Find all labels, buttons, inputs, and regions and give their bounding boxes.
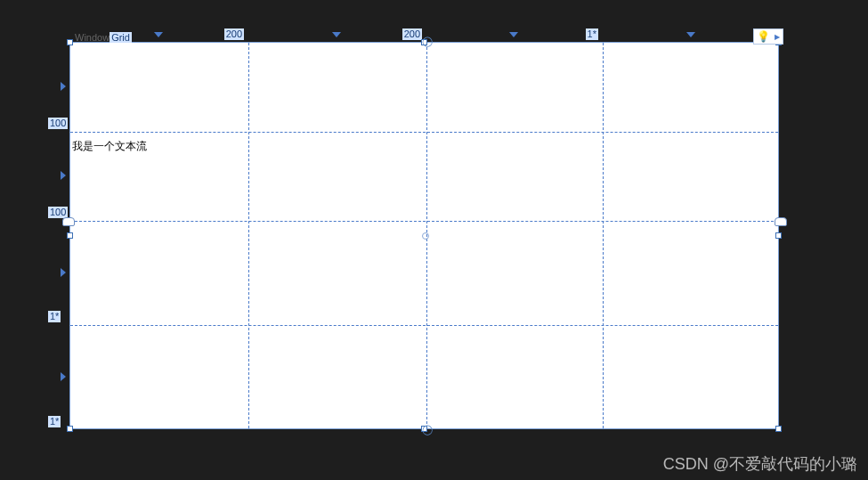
chevron-down-icon	[509, 32, 518, 37]
row-size-label[interactable]: 100	[48, 118, 68, 129]
chevron-right-icon	[61, 171, 66, 180]
row-header[interactable]: 1*	[50, 324, 68, 429]
column-header[interactable]: 1*	[426, 32, 602, 45]
breadcrumb-window[interactable]: Window	[75, 32, 110, 43]
row-lock-icon[interactable]	[62, 217, 75, 226]
column-header[interactable]: 200	[247, 32, 426, 45]
lightbulb-icon: 💡	[757, 30, 770, 43]
grid-row-line[interactable]	[70, 221, 778, 222]
breadcrumb-grid[interactable]: Grid	[110, 32, 132, 43]
column-size-label[interactable]: 200	[224, 28, 244, 40]
row-size-label[interactable]: 1*	[48, 416, 61, 427]
chevron-right-icon	[61, 372, 66, 381]
column-size-label[interactable]: 1*	[586, 28, 598, 40]
grid-column-line[interactable]	[603, 43, 604, 428]
row-lock-icon[interactable]	[775, 217, 787, 226]
column-grip-icon[interactable]: ◯	[422, 424, 433, 435]
chevron-down-icon	[686, 32, 695, 37]
chevron-right-icon	[61, 268, 66, 277]
chevron-right-icon	[61, 82, 66, 91]
column-size-label[interactable]: 200	[402, 28, 422, 40]
center-adorner-icon	[422, 232, 429, 240]
row-header[interactable]: 100	[50, 131, 68, 220]
row-header[interactable]: 1*	[50, 220, 68, 324]
chevron-down-icon	[332, 32, 341, 37]
chevron-down-icon	[154, 32, 163, 37]
design-canvas[interactable]: 我是一个文本流	[69, 42, 779, 429]
row-size-label[interactable]: 1*	[48, 311, 61, 322]
chevron-right-icon: ▶	[775, 33, 780, 41]
grid-column-line[interactable]	[248, 43, 249, 428]
grid-row-line[interactable]	[70, 325, 778, 326]
row-header[interactable]: 100	[50, 42, 68, 131]
row-ruler[interactable]: 100 100 1* 1*	[50, 42, 68, 429]
quick-actions-button[interactable]: 💡 ▶	[753, 28, 783, 45]
breadcrumb[interactable]: WindowGrid	[75, 32, 132, 43]
textblock-content[interactable]: 我是一个文本流	[72, 139, 147, 154]
column-grip-icon[interactable]: ◯	[422, 36, 433, 47]
grid-row-line[interactable]	[70, 132, 778, 133]
watermark-text: CSDN @不爱敲代码的小璐	[663, 453, 857, 475]
